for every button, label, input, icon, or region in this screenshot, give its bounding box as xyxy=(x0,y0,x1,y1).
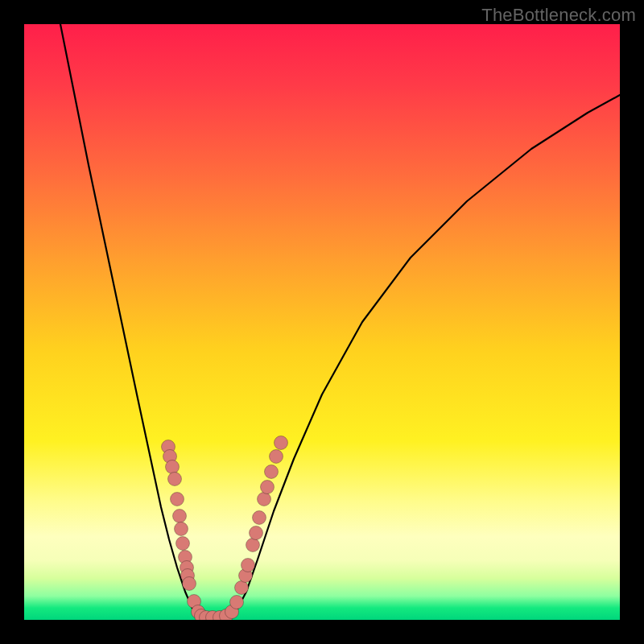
marker-dot xyxy=(173,510,187,523)
marker-dot xyxy=(250,526,263,540)
marker-dot xyxy=(261,481,275,494)
bottleneck-curve xyxy=(24,24,620,620)
marker-dot xyxy=(235,581,249,595)
marker-dot xyxy=(242,559,255,572)
marker-dot xyxy=(270,450,283,464)
marker-dot xyxy=(176,537,190,551)
v-curve-path xyxy=(60,24,620,620)
marker-dot xyxy=(183,577,196,591)
marker-dot xyxy=(265,465,279,479)
marker-dot xyxy=(171,493,184,506)
marker-dot xyxy=(168,473,182,486)
marker-dot xyxy=(166,460,180,474)
marker-dot xyxy=(246,539,260,552)
marker-dot xyxy=(258,493,271,506)
marker-dot xyxy=(175,522,188,536)
marker-dot xyxy=(275,436,288,450)
watermark-text: TheBottleneck.com xyxy=(481,5,636,26)
marker-dot xyxy=(230,596,244,609)
marker-dot xyxy=(253,511,266,525)
